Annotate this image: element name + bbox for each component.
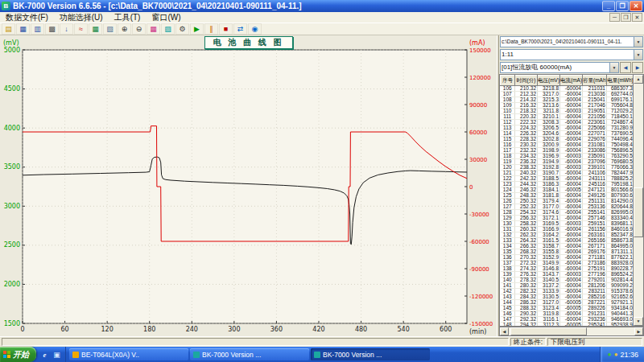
table-row[interactable]: 129256.323172.1-60004257146833340.4 xyxy=(501,216,634,221)
table-row[interactable]: 140278.323140.5-60004279201902814.4 xyxy=(501,278,634,283)
table-row[interactable]: 146290.323119.8-60004291231940441.3 xyxy=(501,311,634,317)
start-button[interactable]: 开始 xyxy=(0,347,36,362)
scroll-left-icon[interactable]: ◀ xyxy=(500,327,509,335)
table-row[interactable]: 138274.323146.8-60004275191890228.7 xyxy=(501,266,634,272)
toolbar-curve-button[interactable]: ≈ xyxy=(74,23,88,35)
table-row[interactable]: 134266.323158.7-60004267171864995.0 xyxy=(501,244,634,249)
toolbar-start-test-button[interactable]: ▶ xyxy=(190,23,204,35)
table-row[interactable]: 123244.323186.3-60004245116795198.1 xyxy=(501,182,634,187)
toolbar-stop-test-button[interactable]: ■ xyxy=(219,23,233,35)
table-row[interactable]: 125248.323181.8-60004249126807930.6 xyxy=(501,193,634,199)
table-row[interactable]: 139276.323143.7-60003277196896524.2 xyxy=(501,272,634,278)
toolbar-save-as-button[interactable]: ▥ xyxy=(31,23,44,35)
alarm-tray-icon[interactable]: ● xyxy=(614,352,618,358)
table-row[interactable]: 122242.323188.5-60004243111788825.2 xyxy=(501,176,634,182)
battery-curve-chart[interactable]: 0601201802403003604204805406005000450040… xyxy=(0,35,497,336)
scroll-up-icon[interactable]: ▲ xyxy=(634,75,643,84)
svg-text:3500: 3500 xyxy=(4,163,20,171)
table-row[interactable]: 109216.323213.6-60004217046705604.8 xyxy=(501,103,634,109)
toolbar-settings-button[interactable]: ⚙ xyxy=(175,23,189,35)
table-row[interactable]: 124246.323184.1-60005247121801566.6 xyxy=(501,187,634,193)
table-row[interactable]: 130258.323169.5-60003259151839681.1 xyxy=(501,221,634,227)
table-row[interactable]: 127252.323177.0-60004253136820644.8 xyxy=(501,204,634,210)
table-row[interactable]: 143284.323130.5-60004285216921652.6 xyxy=(501,294,634,300)
mdi-minimize-button[interactable]: ─ xyxy=(609,13,620,22)
ie-icon[interactable]: e xyxy=(39,351,50,359)
toolbar-export-button[interactable]: ↓ xyxy=(60,23,73,35)
table-row[interactable]: 113224.323206.5-60004225066731280.9 xyxy=(501,125,634,131)
restore-button[interactable]: ❐ xyxy=(616,1,629,11)
table-row[interactable]: 141280.323137.2-60004281206909099.2 xyxy=(501,283,634,289)
toolbar-pause-test-button[interactable]: ∥ xyxy=(204,23,218,35)
table-row[interactable]: 132262.323164.2-60004263161852347.8 xyxy=(501,232,634,238)
toolbar-palette-button[interactable]: ▦ xyxy=(147,23,160,35)
horizontal-scroll-thumb[interactable] xyxy=(510,327,587,335)
chevron-down-icon[interactable]: ▼ xyxy=(634,37,642,47)
scroll-down-icon[interactable]: ▼ xyxy=(634,317,643,326)
toolbar-connect-button[interactable]: ⇄ xyxy=(233,23,247,35)
table-row[interactable]: 133264.323161.5-60004265166858673.8 xyxy=(501,238,634,244)
step-prev-button[interactable]: ◀ xyxy=(620,62,631,73)
table-row[interactable]: 136270.323152.9-60004271181877622.1 xyxy=(501,255,634,261)
table-row[interactable]: 111220.323210.1-60004221056718450.1 xyxy=(501,114,634,120)
table-row[interactable]: 121240.323190.7-60004241106782447.9 xyxy=(501,171,634,176)
minimize-button[interactable]: _ xyxy=(602,1,615,11)
menu-item-window[interactable]: 窗口(W) xyxy=(146,12,186,23)
table-row[interactable]: 145288.323123.4-60005289226934184.0 xyxy=(501,306,634,311)
scroll-right-icon[interactable]: ▶ xyxy=(634,327,643,335)
toolbar-save-button[interactable]: ▦ xyxy=(16,23,30,35)
close-button[interactable]: ✕ xyxy=(630,1,642,11)
table-row[interactable]: 117232.323198.9-60004233086756896.5 xyxy=(501,148,634,154)
table-horizontal-scrollbar[interactable]: ◀ ▶ xyxy=(499,327,644,336)
table-row[interactable]: 131260.323166.9-60004261156846016.9 xyxy=(501,227,634,232)
table-cell: 839681.1 xyxy=(607,221,634,227)
table-row[interactable]: 115228.323202.8-60004229076744096.4 xyxy=(501,137,634,142)
step-combo[interactable]: [01]恒流放电 60000(mA) ▼ xyxy=(500,62,619,73)
table-row[interactable]: 112222.323208.3-60004223061724867.4 xyxy=(501,120,634,125)
toolbar-zoom-in-button[interactable]: ⊕ xyxy=(118,23,131,35)
table-row[interactable]: 118234.323196.9-60003235091763290.5 xyxy=(501,154,634,159)
table-row[interactable]: 142282.323133.9-60004283211915378.6 xyxy=(501,289,634,294)
table-row[interactable]: 119236.323194.9-60004237096769680.5 xyxy=(501,159,634,165)
table-row[interactable]: 126250.323179.4-60004251131814290.0 xyxy=(501,199,634,204)
table-row[interactable]: 144286.323127.0-60005287221927921.1 xyxy=(501,300,634,306)
toolbar-format-button[interactable]: ▨ xyxy=(161,23,175,35)
table-row[interactable]: 114226.323204.6-60004227071737690.5 xyxy=(501,131,634,137)
table-row[interactable]: 108214.323215.3-60004215041699176.1 xyxy=(501,97,634,103)
table-row[interactable]: 135268.323155.8-60004269176871311.1 xyxy=(501,249,634,255)
toolbar-print-button[interactable]: ▩ xyxy=(45,23,59,35)
menu-item-data-file[interactable]: 数据文件(F) xyxy=(0,12,54,23)
show-desktop-icon[interactable]: ▣ xyxy=(52,351,62,359)
task-button-2[interactable]: BK-7000 Version ... xyxy=(190,348,309,360)
status-green-tray-icon[interactable]: ● xyxy=(608,352,612,358)
table-vertical-scrollbar[interactable]: ▲ ▼ xyxy=(633,75,643,326)
task-button-1[interactable]: BE-T064L(X0A) V.. xyxy=(69,348,188,360)
table-row[interactable]: 147292.323116.1-60004293236946693.0 xyxy=(501,317,634,323)
menu-item-function-select[interactable]: 功能选择(U) xyxy=(54,12,109,23)
toolbar-grid-data-button[interactable]: ▦ xyxy=(89,23,102,35)
table-row[interactable]: 137272.323149.9-60004273186883928.0 xyxy=(501,261,634,266)
table-row[interactable]: 110218.323211.8-60003219051712029.2 xyxy=(501,109,634,114)
mdi-window-controls: ─❐✕ xyxy=(609,13,644,22)
toolbar-report-button[interactable]: ▧ xyxy=(103,23,117,35)
mdi-close-button[interactable]: ✕ xyxy=(632,13,642,22)
table-row[interactable]: 128254.323174.6-60004255141826995.0 xyxy=(501,210,634,216)
menu-item-tools[interactable]: 工具(T) xyxy=(109,12,147,23)
vertical-scroll-thumb[interactable] xyxy=(634,187,643,237)
table-cell: 769680.5 xyxy=(607,159,634,165)
record-range-combo[interactable]: 1:11 ▼ xyxy=(500,49,643,60)
chevron-down-icon[interactable]: ▼ xyxy=(609,63,618,72)
step-next-button[interactable]: ▶ xyxy=(632,62,643,73)
file-combo[interactable]: c:\Data_BK7000\2021_04\20210401-090111_0… xyxy=(500,36,643,47)
toolbar-open-button[interactable]: ▤ xyxy=(2,23,15,35)
toolbar-about-button[interactable]: ◉ xyxy=(248,23,262,35)
table-row[interactable]: 106210.323218.8-60004211031686307.3 xyxy=(501,86,634,92)
table-row[interactable]: 107212.323217.0-60004213036692744.0 xyxy=(501,92,634,97)
toolbar-zoom-out-button[interactable]: ⊖ xyxy=(132,23,146,35)
task-button-3[interactable]: BK-7000 Version ... xyxy=(311,348,430,360)
mdi-restore-button[interactable]: ❐ xyxy=(621,13,631,22)
column-header: 电流(mA) xyxy=(560,76,583,86)
table-row[interactable]: 120238.323192.8-60003239101776066.3 xyxy=(501,165,634,171)
chevron-down-icon[interactable]: ▼ xyxy=(634,50,642,60)
table-row[interactable]: 116230.323200.9-60004231081750498.4 xyxy=(501,142,634,148)
